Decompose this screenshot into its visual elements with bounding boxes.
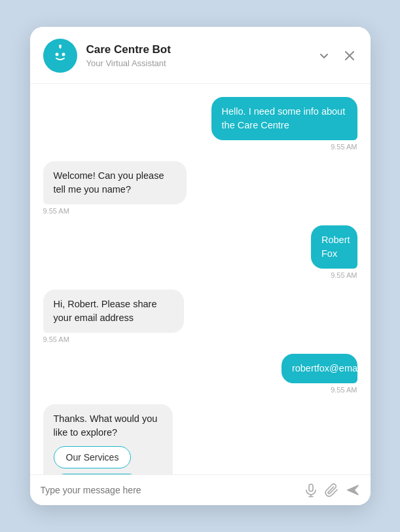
timestamp: 9.55 AM (331, 271, 357, 279)
header-actions (316, 47, 357, 64)
svg-point-0 (51, 47, 69, 65)
svg-point-1 (55, 53, 58, 56)
bot-name: Care Centre Bot (86, 43, 316, 56)
bot-subtitle: Your Virtual Assistant (86, 58, 316, 68)
input-area (30, 474, 371, 505)
user-bubble: Robert Fox (311, 225, 357, 269)
minimize-button[interactable] (316, 47, 333, 64)
microphone-icon[interactable] (304, 483, 318, 497)
message-row: Hi, Robert. Please share your email addr… (43, 290, 251, 333)
timestamp: 9.55 AM (331, 386, 357, 394)
send-button[interactable] (346, 483, 360, 497)
chat-header: Care Centre Bot Your Virtual Assistant (30, 27, 371, 84)
timestamp: 9.55 AM (331, 143, 357, 151)
messages-area: Hello. I need some info about the Care C… (30, 84, 371, 474)
message-row: Hello. I need some info about the Care C… (143, 97, 357, 140)
timestamp: 9.55 AM (43, 335, 69, 343)
our-services-button[interactable]: Our Services (54, 446, 132, 468)
close-button[interactable] (342, 48, 357, 64)
message-row: robertfox@email.com (245, 354, 357, 383)
user-block-1: Hello. I need some info about the Care C… (43, 97, 357, 159)
bot-bubble: Hi, Robert. Please share your email addr… (43, 290, 184, 333)
bot-bubble: Welcome! Can you please tell me you name… (43, 161, 187, 204)
quick-replies: Our Services Our Specialists (54, 446, 163, 474)
user-bubble: robertfox@email.com (282, 354, 357, 383)
svg-point-2 (62, 53, 65, 56)
user-block-2: Robert Fox 9.55 AM (43, 225, 357, 287)
bot-block-1: Welcome! Can you please tell me you name… (43, 161, 357, 223)
bot-block-3: Thanks. What would you like to explore? … (43, 404, 357, 474)
message-row: Thanks. What would you like to explore? … (43, 404, 234, 474)
chat-window: Care Centre Bot Your Virtual Assistant H… (30, 27, 371, 505)
message-row: Robert Fox (289, 225, 357, 269)
user-bubble: Hello. I need some info about the Care C… (211, 97, 357, 140)
svg-point-4 (59, 45, 62, 47)
bot-bubble: Thanks. What would you like to explore? … (43, 404, 173, 474)
bot-avatar (43, 39, 77, 73)
message-input[interactable] (41, 485, 297, 495)
bot-block-2: Hi, Robert. Please share your email addr… (43, 290, 357, 351)
message-row: Welcome! Can you please tell me you name… (43, 161, 255, 204)
header-text: Care Centre Bot Your Virtual Assistant (86, 43, 316, 67)
attachment-icon[interactable] (325, 483, 339, 497)
svg-rect-7 (309, 484, 313, 491)
user-block-3: robertfox@email.com 9.55 AM (43, 354, 357, 402)
timestamp: 9.55 AM (43, 207, 69, 215)
